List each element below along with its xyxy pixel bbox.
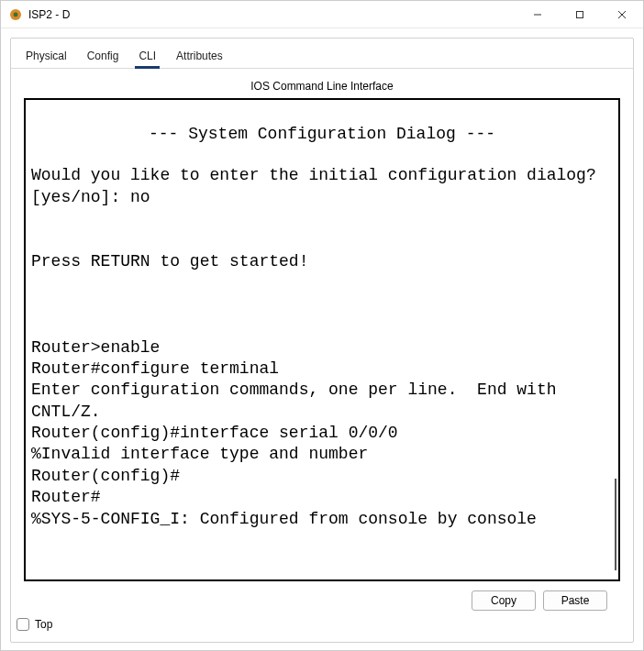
- minimize-button[interactable]: [516, 1, 559, 28]
- titlebar: ISP2 - D: [1, 1, 643, 28]
- button-label: Copy: [491, 594, 516, 607]
- cli-banner: --- System Configuration Dialog ---: [31, 124, 613, 145]
- top-checkbox-label: Top: [35, 618, 52, 631]
- tab-label: CLI: [139, 50, 156, 62]
- close-button[interactable]: [601, 1, 643, 28]
- content-area: Physical Config CLI Attributes IOS Comma…: [1, 28, 643, 650]
- scrollbar-indicator[interactable]: [615, 479, 616, 570]
- tab-label: Config: [87, 50, 119, 62]
- maximize-button[interactable]: [559, 1, 601, 28]
- svg-point-1: [14, 12, 18, 17]
- button-label: Paste: [561, 594, 590, 607]
- app-icon: [8, 7, 23, 22]
- tab-cli[interactable]: CLI: [137, 46, 158, 68]
- app-window: ISP2 - D Physical Config CLI Attributes …: [0, 0, 644, 651]
- cli-terminal[interactable]: --- System Configuration Dialog ---Would…: [24, 98, 620, 581]
- device-panel: Physical Config CLI Attributes IOS Comma…: [10, 38, 634, 643]
- cli-line: Would you like to enter the initial conf…: [31, 166, 606, 205]
- paste-button[interactable]: Paste: [543, 590, 607, 611]
- tab-physical[interactable]: Physical: [24, 46, 69, 68]
- tab-label: Physical: [26, 50, 67, 62]
- tab-label: Attributes: [176, 50, 223, 62]
- window-controls: [516, 1, 643, 28]
- cli-caption: IOS Command Line Interface: [24, 80, 620, 93]
- cli-area: IOS Command Line Interface --- System Co…: [11, 69, 633, 611]
- cli-line: Press RETURN to get started!: [31, 252, 308, 270]
- tab-config[interactable]: Config: [85, 46, 121, 68]
- tab-bar: Physical Config CLI Attributes: [11, 42, 633, 69]
- tab-attributes[interactable]: Attributes: [174, 46, 225, 68]
- copy-button[interactable]: Copy: [472, 590, 536, 611]
- window-title: ISP2 - D: [28, 8, 516, 21]
- cli-button-row: Copy Paste: [24, 581, 620, 611]
- footer-row: Top: [11, 611, 633, 633]
- svg-rect-3: [577, 11, 583, 17]
- top-checkbox[interactable]: [17, 618, 29, 631]
- cli-session: Router>enable Router#configure terminal …: [31, 338, 566, 528]
